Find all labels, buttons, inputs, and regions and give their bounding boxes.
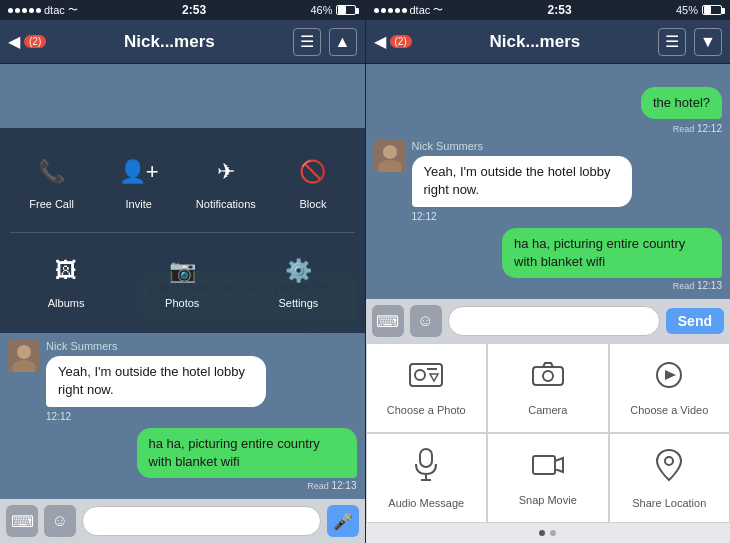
- left-ts-3: Read 12:13: [307, 480, 356, 491]
- left-menu-bottom-grid: 🖼 Albums 📷 Photos ⚙️ Settings: [10, 237, 355, 323]
- left-keyboard-button[interactable]: ⌨: [6, 505, 38, 537]
- svg-rect-10: [533, 367, 563, 385]
- free-call-label: Free Call: [29, 198, 74, 210]
- camera-button[interactable]: Camera: [487, 343, 609, 433]
- albums-label: Albums: [48, 297, 85, 309]
- left-list-button[interactable]: ☰: [293, 28, 321, 56]
- left-chat-title: Nick...mers: [46, 32, 292, 52]
- right-battery: 45%: [676, 4, 722, 16]
- svg-point-19: [665, 457, 673, 465]
- audio-message-button[interactable]: Audio Message: [366, 433, 488, 523]
- left-menu-block[interactable]: 🚫 Block: [271, 138, 354, 224]
- settings-label: Settings: [279, 297, 319, 309]
- photos-label: Photos: [165, 297, 199, 309]
- right-battery-pct: 45%: [676, 4, 698, 16]
- left-chat-area: 📞 Free Call 👤+ Invite ✈ Notifications 🚫 …: [0, 64, 365, 499]
- block-icon: 🚫: [293, 152, 333, 192]
- right-list-button[interactable]: ☰: [658, 28, 686, 56]
- left-chevron-button[interactable]: ▲: [329, 28, 357, 56]
- right-bubble-2: ha ha, picturing entire country with bla…: [502, 228, 722, 278]
- left-battery-fill: [338, 6, 346, 14]
- left-mic-button[interactable]: 🎤: [327, 505, 359, 537]
- settings-icon: ⚙️: [278, 251, 318, 291]
- left-menu-free-call[interactable]: 📞 Free Call: [10, 138, 93, 224]
- audio-message-label: Audio Message: [388, 497, 464, 509]
- left-time: 2:53: [182, 3, 206, 17]
- right-chevron-icon: ▼: [700, 33, 716, 51]
- left-menu-settings[interactable]: ⚙️ Settings: [242, 237, 354, 323]
- svg-point-1: [17, 345, 31, 359]
- right-msg-2: ha ha, picturing entire country with bla…: [374, 228, 723, 291]
- right-time: 2:53: [548, 3, 572, 17]
- menu-divider: [10, 232, 355, 233]
- audio-message-icon: [412, 448, 440, 489]
- right-keyboard-icon: ⌨: [376, 312, 399, 331]
- camera-label: Camera: [528, 404, 567, 416]
- svg-rect-14: [420, 449, 432, 467]
- svg-point-11: [543, 371, 553, 381]
- svg-point-7: [415, 370, 425, 380]
- snap-movie-button[interactable]: Snap Movie: [487, 433, 609, 523]
- right-avatar-1: [374, 140, 406, 172]
- svg-marker-18: [555, 458, 563, 472]
- photos-icon: 📷: [162, 251, 202, 291]
- right-ts-1: 12:12: [412, 211, 632, 222]
- svg-rect-17: [533, 456, 555, 474]
- left-panel: dtac 〜 2:53 46% ◀ (2) Nick...mers ☰ ▲: [0, 0, 365, 543]
- right-keyboard-button[interactable]: ⌨: [372, 305, 404, 337]
- mic-icon: 🎤: [333, 512, 353, 531]
- left-battery-icon: [336, 5, 356, 15]
- right-input-area: ⌨ ☺ Send: [366, 299, 731, 343]
- right-list-icon: ☰: [665, 32, 679, 51]
- right-battery-icon: [702, 5, 722, 15]
- notifications-icon: ✈: [206, 152, 246, 192]
- invite-icon: 👤+: [119, 152, 159, 192]
- left-menu-albums[interactable]: 🖼 Albums: [10, 237, 122, 323]
- invite-label: Invite: [126, 198, 152, 210]
- left-avatar-1: [8, 340, 40, 372]
- left-menu-notifications[interactable]: ✈ Notifications: [184, 138, 267, 224]
- left-bubble-group-2: Nick Summers Yeah, I'm outside the hotel…: [46, 340, 266, 421]
- right-text-input[interactable]: [448, 306, 660, 336]
- right-msg-1: Nick Summers Yeah, I'm outside the hotel…: [374, 140, 723, 221]
- right-status-bar: dtac 〜 2:53 45%: [366, 0, 731, 20]
- left-list-icon: ☰: [300, 32, 314, 51]
- page-dot-1: [539, 530, 545, 536]
- right-chevron-button[interactable]: ▼: [694, 28, 722, 56]
- block-label: Block: [299, 198, 326, 210]
- left-back-button[interactable]: ◀ (2): [8, 32, 46, 51]
- left-battery-pct: 46%: [310, 4, 332, 16]
- left-carrier: dtac 〜: [8, 3, 78, 17]
- right-sender-1: Nick Summers: [412, 140, 632, 152]
- left-sender-2: Nick Summers: [46, 340, 266, 352]
- choose-photo-label: Choose a Photo: [387, 404, 466, 416]
- camera-icon: [531, 361, 565, 396]
- right-chat-title: Nick...mers: [412, 32, 658, 52]
- share-location-button[interactable]: Share Location: [609, 433, 731, 523]
- choose-photo-button[interactable]: Choose a Photo: [366, 343, 488, 433]
- left-menu-invite[interactable]: 👤+ Invite: [97, 138, 180, 224]
- svg-point-4: [383, 145, 397, 159]
- choose-video-icon: [652, 361, 686, 396]
- right-panel: dtac 〜 2:53 45% ◀ (2) Nick...mers ☰ ▼: [366, 0, 731, 543]
- right-ts-2: Read 12:13: [673, 280, 722, 291]
- left-menu-photos[interactable]: 📷 Photos: [126, 237, 238, 323]
- choose-video-button[interactable]: Choose a Video: [609, 343, 731, 433]
- left-emoji-button[interactable]: ☺: [44, 505, 76, 537]
- emoji-icon: ☺: [52, 512, 68, 530]
- right-emoji-icon: ☺: [417, 312, 433, 330]
- right-back-button[interactable]: ◀ (2): [374, 32, 412, 51]
- right-bubble-1: Yeah, I'm outside the hotel lobby right …: [412, 156, 632, 206]
- right-carrier-name: dtac: [410, 4, 431, 16]
- right-emoji-button[interactable]: ☺: [410, 305, 442, 337]
- send-button[interactable]: Send: [666, 308, 724, 334]
- attachment-grid: Choose a Photo Camera: [366, 343, 731, 523]
- left-header-icons: ☰ ▲: [293, 28, 357, 56]
- left-status-bar: dtac 〜 2:53 46%: [0, 0, 365, 20]
- free-call-icon: 📞: [32, 152, 72, 192]
- right-msg-0: the hotel? Read 12:12: [641, 87, 722, 134]
- left-battery: 46%: [310, 4, 356, 16]
- svg-marker-9: [430, 374, 438, 381]
- left-text-input[interactable]: [82, 506, 321, 536]
- left-bubble-2: Yeah, I'm outside the hotel lobby right …: [46, 356, 266, 406]
